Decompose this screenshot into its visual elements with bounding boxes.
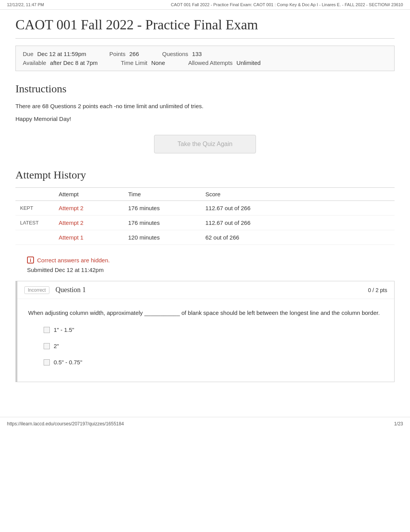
incorrect-badge: Incorrect	[24, 286, 49, 294]
choice-text: 0.5" - 0.75"	[54, 358, 82, 367]
answer-choice[interactable]: 1" - 1.5"	[44, 325, 383, 335]
table-row: KEPT Attempt 2 176 minutes 112.67 out of…	[15, 201, 395, 216]
question-1-pts: 0 / 2 pts	[368, 287, 387, 293]
attempt-row-attempt[interactable]: Attempt 2	[54, 216, 124, 230]
available-value: after Dec 8 at 7pm	[50, 59, 98, 66]
attempt-row-score: 112.67 out of 266	[201, 216, 395, 230]
attempt-history-table: Attempt Time Score KEPT Attempt 2 176 mi…	[15, 187, 395, 245]
choice-text: 2"	[54, 342, 59, 351]
allowed-attempts-label: Allowed Attempts	[188, 59, 233, 66]
available-label: Available	[23, 59, 46, 66]
footer-url: https://ilearn.laccd.edu/courses/207197/…	[7, 421, 124, 427]
attempt-row-time: 176 minutes	[124, 201, 201, 216]
question-1-body: When adjusting column width, approximate…	[17, 299, 394, 382]
question-1-title: Question 1	[56, 286, 362, 294]
instructions-line1: There are 68 Questions 2 points each -no…	[15, 102, 395, 111]
questions-label: Questions	[162, 51, 188, 57]
browser-bar: 12/12/22, 11:47 PM CAOT 001 Fall 2022 - …	[0, 0, 410, 10]
page-content: CAOT 001 Fall 2022 - Practice Final Exam…	[0, 10, 410, 409]
meta-row-1: Due Dec 12 at 11:59pm Points 266 Questio…	[23, 51, 387, 57]
col-header-time: Time	[124, 188, 201, 201]
answer-choices-q1: 1" - 1.5" 2" 0.5" - 0.75"	[44, 325, 383, 367]
allowed-attempts-value: Unlimited	[237, 59, 261, 66]
table-header-row: Attempt Time Score	[15, 188, 395, 201]
answer-choice[interactable]: 2"	[44, 342, 383, 351]
choice-checkbox[interactable]	[44, 327, 50, 333]
take-quiz-wrapper: Take the Quiz Again	[15, 135, 395, 153]
choice-checkbox[interactable]	[44, 343, 50, 349]
col-header-attempt: Attempt	[54, 188, 124, 201]
attempt-row-score: 62 out of 266	[201, 230, 395, 245]
attempt-row-label	[15, 230, 54, 245]
answer-choice[interactable]: 0.5" - 0.75"	[44, 358, 383, 367]
notice-icon: i	[27, 257, 34, 263]
page-title-bar: CAOT 001 Fall 2022 - Practice Final Exam…	[171, 2, 403, 7]
footer-bar: https://ilearn.laccd.edu/courses/207197/…	[0, 417, 410, 430]
time-limit-label: Time Limit	[121, 59, 147, 66]
submitted-text: Submitted Dec 12 at 11:42pm	[27, 267, 395, 273]
question-1-text: When adjusting column width, approximate…	[28, 308, 383, 318]
meta-available: Available after Dec 8 at 7pm	[23, 59, 98, 66]
meta-table: Due Dec 12 at 11:59pm Points 266 Questio…	[15, 46, 395, 71]
choice-text: 1" - 1.5"	[54, 325, 74, 335]
attempt-row-attempt[interactable]: Attempt 2	[54, 201, 124, 216]
attempt-row-label: KEPT	[15, 201, 54, 216]
col-header-score: Score	[201, 188, 395, 201]
attempt-row-score: 112.67 out of 266	[201, 201, 395, 216]
exam-title: CAOT 001 Fall 2022 - Practice Final Exam	[15, 10, 395, 39]
meta-allowed-attempts: Allowed Attempts Unlimited	[188, 59, 261, 66]
attempt-row-attempt[interactable]: Attempt 1	[54, 230, 124, 245]
table-row: LATEST Attempt 2 176 minutes 112.67 out …	[15, 216, 395, 230]
take-quiz-button[interactable]: Take the Quiz Again	[154, 135, 256, 153]
meta-due: Due Dec 12 at 11:59pm	[23, 51, 86, 57]
points-label: Points	[109, 51, 125, 57]
time-limit-value: None	[151, 59, 165, 66]
table-row: Attempt 1 120 minutes 62 out of 266	[15, 230, 395, 245]
question-1-header: Incorrect Question 1 0 / 2 pts	[17, 281, 394, 299]
questions-value: 133	[192, 51, 202, 57]
points-value: 266	[129, 51, 139, 57]
instructions-line2: Happy Memorial Day!	[15, 115, 395, 124]
attempt-row-label: LATEST	[15, 216, 54, 230]
attempt-row-time: 120 minutes	[124, 230, 201, 245]
meta-points: Points 266	[109, 51, 139, 57]
due-label: Due	[23, 51, 34, 57]
due-value: Dec 12 at 11:59pm	[37, 51, 86, 57]
timestamp: 12/12/22, 11:47 PM	[7, 2, 44, 7]
meta-row-2: Available after Dec 8 at 7pm Time Limit …	[23, 59, 387, 66]
question-1-block: Incorrect Question 1 0 / 2 pts When adju…	[15, 281, 395, 382]
meta-time-limit: Time Limit None	[121, 59, 165, 66]
notice-text: Correct answers are hidden.	[37, 257, 110, 263]
correct-answers-notice: i Correct answers are hidden.	[27, 257, 395, 263]
attempt-history-heading: Attempt History	[15, 169, 395, 181]
footer-pagination: 1/23	[394, 421, 403, 427]
col-header-label	[15, 188, 54, 201]
meta-questions: Questions 133	[162, 51, 202, 57]
instructions-heading: Instructions	[15, 83, 395, 95]
choice-checkbox[interactable]	[44, 359, 50, 365]
attempt-row-time: 176 minutes	[124, 216, 201, 230]
